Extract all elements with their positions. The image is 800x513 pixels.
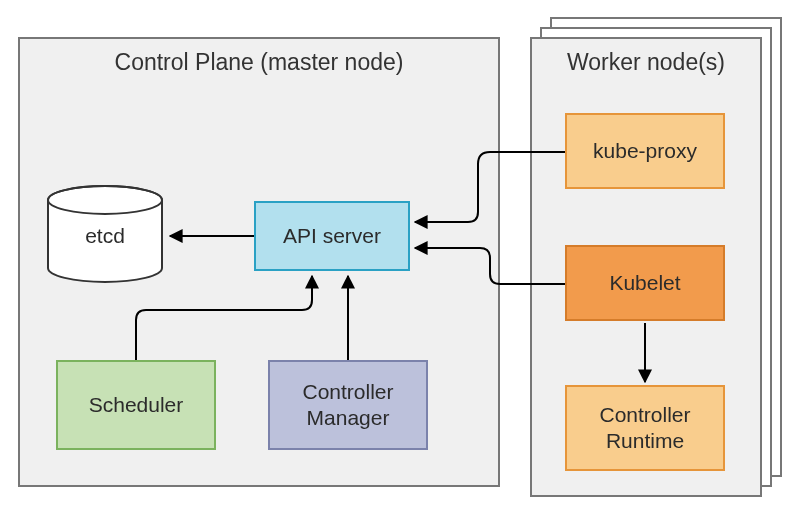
control-plane-title: Control Plane (master node) bbox=[20, 49, 498, 76]
kubelet-label: Kubelet bbox=[609, 270, 680, 296]
etcd-cylinder: etcd bbox=[46, 184, 164, 284]
controller-runtime-label: Controller Runtime bbox=[599, 402, 690, 455]
scheduler-box: Scheduler bbox=[56, 360, 216, 450]
controller-runtime-box: Controller Runtime bbox=[565, 385, 725, 471]
controller-manager-label: Controller Manager bbox=[302, 379, 393, 432]
etcd-label: etcd bbox=[46, 224, 164, 248]
kube-proxy-label: kube-proxy bbox=[593, 138, 697, 164]
worker-node-title: Worker node(s) bbox=[532, 49, 760, 76]
kubelet-box: Kubelet bbox=[565, 245, 725, 321]
scheduler-label: Scheduler bbox=[89, 392, 184, 418]
diagram-root: Control Plane (master node) Worker node(… bbox=[0, 0, 800, 513]
api-server-box: API server bbox=[254, 201, 410, 271]
controller-manager-box: Controller Manager bbox=[268, 360, 428, 450]
api-server-label: API server bbox=[283, 223, 381, 249]
kube-proxy-box: kube-proxy bbox=[565, 113, 725, 189]
